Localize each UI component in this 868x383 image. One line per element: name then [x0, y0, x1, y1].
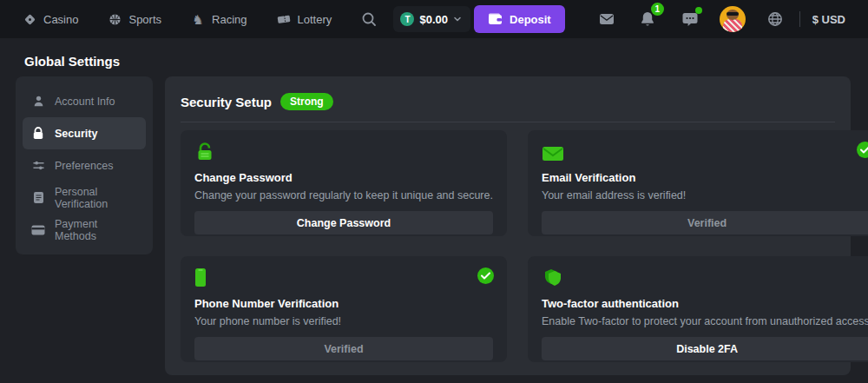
bell-icon[interactable]: 1 — [640, 10, 657, 28]
verified-check-icon — [477, 267, 494, 284]
person-icon — [31, 95, 45, 109]
document-icon — [31, 191, 45, 205]
sidebar-item-preferences[interactable]: Preferences — [23, 149, 146, 182]
deposit-button[interactable]: Deposit — [474, 5, 565, 33]
currency-selector[interactable]: $ USD — [812, 13, 845, 26]
chat-icon[interactable] — [681, 10, 699, 28]
card-description: Enable Two-factor to protect your accoun… — [542, 315, 868, 327]
security-setup-panel: Security Setup Strong Change Password Ch… — [165, 76, 851, 375]
ticket-icon — [277, 12, 291, 26]
sidebar-item-label: Security — [55, 128, 97, 140]
tether-coin-icon: T — [400, 12, 414, 26]
casino-icon — [23, 12, 36, 26]
settings-sidebar: Account Info Security Preferences Person… — [16, 76, 153, 254]
wallet-icon — [488, 13, 503, 25]
security-cards-grid: Change Password Change your password reg… — [181, 130, 835, 362]
email-verification-card: Email Verification Your email address is… — [528, 130, 868, 236]
panel-title: Security Setup — [181, 95, 272, 109]
nav-item-casino[interactable]: Casino — [23, 12, 78, 26]
nav-item-label: Casino — [43, 13, 78, 26]
strength-badge: Strong — [280, 93, 333, 110]
sidebar-item-security[interactable]: Security — [23, 117, 146, 149]
card-title: Phone Number Verification — [194, 297, 493, 310]
balance-selector[interactable]: T $0.00 — [393, 6, 470, 32]
sidebar-item-payment-methods[interactable]: Payment Methods — [23, 214, 146, 246]
globe-icon[interactable] — [766, 10, 784, 28]
disable-2fa-button[interactable]: Disable 2FA — [542, 337, 868, 360]
nav-divider — [799, 11, 800, 27]
balance-amount: $0.00 — [419, 13, 448, 26]
nav-item-lottery[interactable]: Lottery — [277, 12, 332, 26]
deposit-label: Deposit — [510, 13, 551, 26]
lock-icon — [31, 127, 45, 141]
change-password-card: Change Password Change your password reg… — [181, 130, 507, 236]
card-description: Change your password regularly to keep i… — [194, 189, 493, 201]
sidebar-item-personal-verification[interactable]: Personal Verification — [23, 182, 146, 214]
nav-right-group: T $0.00 Deposit 1 — [360, 5, 845, 33]
search-icon[interactable] — [360, 10, 378, 28]
notification-badge: 1 — [651, 3, 664, 16]
padlock-icon — [194, 142, 493, 162]
nav-item-label: Racing — [212, 13, 247, 26]
sidebar-item-label: Preferences — [55, 160, 113, 172]
nav-item-label: Sports — [128, 13, 161, 26]
card-title: Two-factor authentication — [542, 297, 868, 310]
user-avatar[interactable] — [720, 6, 746, 32]
card-description: Your phone number is verified! — [194, 315, 493, 327]
credit-card-icon — [31, 223, 45, 237]
nav-item-racing[interactable]: ♞ Racing — [191, 12, 247, 26]
avatar-shirt — [723, 19, 742, 32]
panel-header: Security Setup Strong — [181, 91, 835, 122]
basketball-icon — [108, 12, 122, 26]
card-title: Email Verification — [542, 171, 868, 184]
shield-icon — [542, 268, 868, 287]
avatar-sunglasses — [727, 12, 739, 16]
verified-check-icon — [857, 142, 868, 158]
mail-icon[interactable] — [598, 10, 615, 28]
chevron-down-icon — [453, 15, 462, 23]
envelope-icon — [542, 142, 868, 162]
sidebar-item-account-info[interactable]: Account Info — [23, 85, 146, 117]
sidebar-item-label: Personal Verification — [55, 186, 137, 210]
email-verified-button[interactable]: Verified — [542, 211, 868, 234]
phone-icon — [194, 268, 493, 287]
page-title: Global Settings — [24, 54, 120, 69]
card-title: Change Password — [194, 171, 493, 184]
nav-menu: Casino Sports ♞ Racing Lottery — [23, 12, 332, 26]
nav-item-sports[interactable]: Sports — [108, 12, 161, 26]
nav-item-label: Lottery — [298, 13, 332, 26]
horse-icon: ♞ — [191, 12, 205, 26]
phone-verification-card: Phone Number Verification Your phone num… — [181, 256, 507, 362]
chat-status-dot — [695, 7, 702, 14]
wallet-group: T $0.00 Deposit — [393, 5, 564, 33]
card-description: Your email address is verified! — [542, 189, 868, 201]
two-factor-card: Two-factor authentication Enable Two-fac… — [528, 256, 868, 362]
sidebar-item-label: Account Info — [55, 96, 115, 108]
sidebar-item-label: Payment Methods — [55, 218, 137, 242]
top-nav-bar: Casino Sports ♞ Racing Lottery T $0.00 — [0, 0, 868, 38]
phone-verified-button[interactable]: Verified — [194, 337, 493, 360]
change-password-button[interactable]: Change Password — [194, 211, 493, 234]
sliders-icon — [31, 159, 45, 173]
